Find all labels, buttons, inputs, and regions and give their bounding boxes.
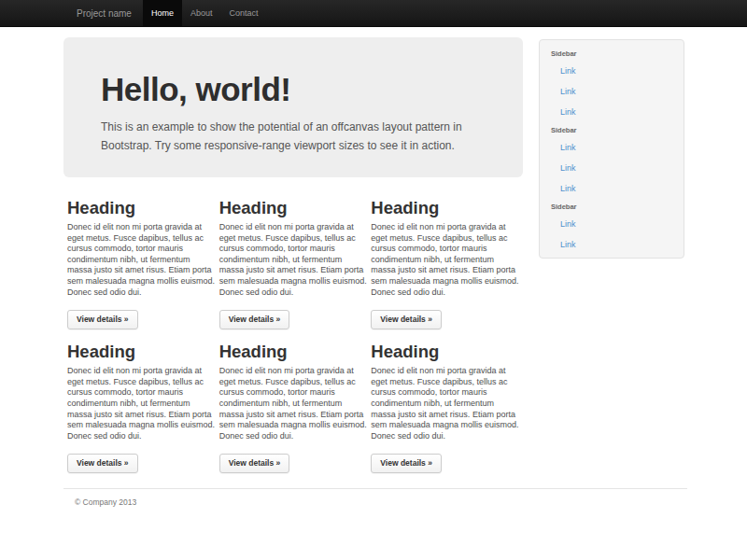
navbar: Project name Home About Contact xyxy=(0,0,747,27)
card: Heading Donec id elit non mi porta gravi… xyxy=(219,343,369,473)
view-details-button[interactable]: View details » xyxy=(219,454,290,473)
card-body-text: Donec id elit non mi porta gravida at eg… xyxy=(67,222,217,298)
sidebar-link[interactable]: Link xyxy=(540,214,684,234)
card-body-text: Donec id elit non mi porta gravida at eg… xyxy=(219,366,369,441)
card-body-text: Donec id elit non mi porta gravida at eg… xyxy=(371,366,520,441)
card-heading: Heading xyxy=(219,199,369,217)
card: Heading Donec id elit non mi porta gravi… xyxy=(371,343,520,473)
cards-row-2: Heading Donec id elit non mi porta gravi… xyxy=(63,343,523,473)
sidebar-link[interactable]: Link xyxy=(540,234,684,255)
nav-item-home[interactable]: Home xyxy=(143,0,182,27)
sidebar-group-header: Sidebar xyxy=(540,122,684,137)
sidebar-link[interactable]: Link xyxy=(540,137,684,158)
view-details-button[interactable]: View details » xyxy=(371,454,442,473)
content-row: Hello, world! This is an example to show… xyxy=(63,27,687,473)
sidebar-group-header: Sidebar xyxy=(540,199,684,214)
card-heading: Heading xyxy=(371,343,520,361)
navbar-menu: Home About Contact xyxy=(143,0,267,27)
copyright-text: © Company 2013 xyxy=(75,497,687,507)
sidebar-link[interactable]: Link xyxy=(540,102,684,122)
card-body-text: Donec id elit non mi porta gravida at eg… xyxy=(67,366,217,441)
card: Heading Donec id elit non mi porta gravi… xyxy=(219,199,369,329)
sidebar-link[interactable]: Link xyxy=(540,61,684,81)
nav-item-about[interactable]: About xyxy=(182,0,221,27)
jumbotron: Hello, world! This is an example to show… xyxy=(63,37,523,177)
view-details-button[interactable]: View details » xyxy=(67,454,138,473)
nav-item-contact[interactable]: Contact xyxy=(220,0,266,27)
view-details-button[interactable]: View details » xyxy=(371,310,442,329)
card-heading: Heading xyxy=(67,343,217,361)
sidebar-link[interactable]: Link xyxy=(540,81,684,102)
card: Heading Donec id elit non mi porta gravi… xyxy=(67,343,217,473)
card-heading: Heading xyxy=(67,199,217,217)
sidebar-well: Sidebar Link Link Link Sidebar Link Link… xyxy=(539,39,684,259)
jumbotron-description: This is an example to show the potential… xyxy=(101,118,474,155)
view-details-button[interactable]: View details » xyxy=(67,310,138,329)
card-heading: Heading xyxy=(371,199,520,217)
footer: © Company 2013 xyxy=(63,488,687,507)
card: Heading Donec id elit non mi porta gravi… xyxy=(371,199,520,329)
navbar-brand[interactable]: Project name xyxy=(63,0,143,27)
card-heading: Heading xyxy=(219,343,369,361)
view-details-button[interactable]: View details » xyxy=(219,310,290,329)
footer-divider xyxy=(63,488,687,489)
card: Heading Donec id elit non mi porta gravi… xyxy=(67,199,217,329)
sidebar-group-header: Sidebar xyxy=(540,46,684,61)
card-body-text: Donec id elit non mi porta gravida at eg… xyxy=(219,222,369,298)
main-column: Hello, world! This is an example to show… xyxy=(63,27,523,473)
sidebar-link[interactable]: Link xyxy=(540,178,684,199)
card-body-text: Donec id elit non mi porta gravida at eg… xyxy=(371,222,520,298)
page-title: Hello, world! xyxy=(101,73,486,106)
page-container: Hello, world! This is an example to show… xyxy=(63,27,687,507)
cards-row-1: Heading Donec id elit non mi porta gravi… xyxy=(63,199,523,329)
navbar-inner: Project name Home About Contact xyxy=(63,0,747,27)
sidebar-link[interactable]: Link xyxy=(540,158,684,178)
